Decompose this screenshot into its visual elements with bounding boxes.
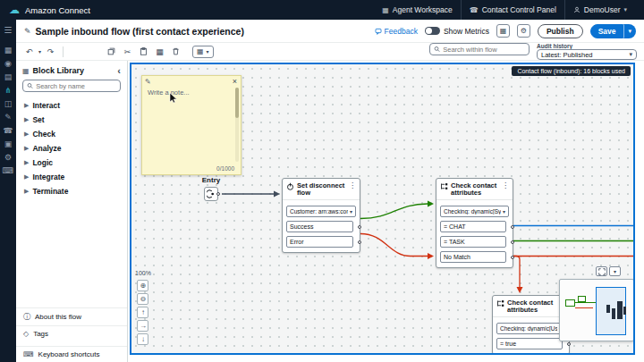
- keyboard-icon: ⌨: [23, 350, 34, 358]
- output-no-match[interactable]: No Match: [440, 251, 506, 263]
- section-terminate[interactable]: ▶Terminate: [16, 184, 127, 198]
- section-integrate[interactable]: ▶Integrate: [16, 170, 127, 184]
- paste-button[interactable]: [138, 46, 149, 58]
- minimap-collapse-button[interactable]: ▾: [609, 266, 621, 276]
- show-metrics-toggle[interactable]: [425, 27, 440, 35]
- contacts-icon[interactable]: ◉: [0, 57, 16, 71]
- block-parameter-select[interactable]: Checking: dynamic[User d... ▾: [496, 323, 565, 334]
- mouse-cursor: [169, 91, 177, 107]
- collapse-panel-icon[interactable]: ‹: [117, 67, 121, 74]
- pan-down-button[interactable]: ↓: [137, 333, 148, 345]
- section-interact[interactable]: ▶Interact: [16, 98, 127, 113]
- cut-button[interactable]: ✂: [122, 46, 133, 58]
- sticky-note[interactable]: ✎ × Write a note... 0/1000: [141, 75, 242, 175]
- flow-search-input[interactable]: [443, 46, 525, 54]
- settings-gear-icon[interactable]: ⚙: [0, 151, 16, 164]
- save-menu-caret-button[interactable]: ▾: [623, 24, 636, 38]
- output-error[interactable]: Error: [286, 236, 353, 248]
- entry-label: Entry: [196, 176, 226, 184]
- publish-button[interactable]: Publish: [538, 24, 583, 38]
- check-attributes-icon: [440, 182, 448, 190]
- pan-up-button[interactable]: ↑: [137, 307, 148, 318]
- section-analyze[interactable]: ▶Analyze: [16, 141, 127, 156]
- minimap-block: [578, 296, 586, 302]
- error-port[interactable]: [358, 240, 361, 244]
- feedback-bubble-icon: [375, 28, 382, 35]
- pan-right-button[interactable]: →: [137, 320, 148, 332]
- users-icon[interactable]: ◫: [0, 97, 16, 111]
- tags-link[interactable]: ◇Tags: [16, 325, 127, 341]
- block-set-disconnect-flow[interactable]: Set disconnect flow ⋮ Customer: arn:aws:…: [282, 178, 360, 253]
- output-task[interactable]: = TASK: [440, 236, 506, 248]
- section-logic[interactable]: ▶Logic: [16, 156, 127, 170]
- output-label: Success: [290, 223, 313, 230]
- chevron-down-icon: ▾: [350, 208, 352, 215]
- chevron-right-icon: ▶: [24, 159, 29, 166]
- section-check[interactable]: ▶Check: [16, 127, 127, 141]
- output-label: Error: [290, 239, 304, 245]
- true-port[interactable]: [567, 342, 571, 346]
- block-check-contact-attributes-1[interactable]: Check contact attributes ⋮ Checking: dyn…: [436, 178, 513, 268]
- undo-caret-icon[interactable]: ▾: [38, 48, 41, 55]
- minimap[interactable]: [559, 279, 634, 341]
- calendar-icon[interactable]: ▣: [0, 138, 16, 151]
- close-icon[interactable]: ×: [233, 77, 237, 86]
- edit-title-icon[interactable]: ✎: [24, 27, 31, 36]
- channels-phone-icon[interactable]: ☎: [0, 124, 16, 138]
- flow-settings-button[interactable]: ⚙: [517, 24, 530, 38]
- agent-workspace-link[interactable]: ▦ Agent Workspace: [374, 0, 461, 20]
- home-icon[interactable]: ▦: [0, 44, 16, 57]
- delete-button[interactable]: [170, 46, 182, 58]
- block-parameter-select[interactable]: Customer: arn:aws:connec... ▾: [286, 206, 356, 217]
- audit-history-select[interactable]: Latest: Published ▾: [537, 49, 637, 60]
- chevron-right-icon: ▶: [24, 116, 29, 123]
- menu-icon[interactable]: ☰: [0, 23, 16, 37]
- block-menu-icon[interactable]: ⋮: [502, 182, 509, 189]
- note-scrollbar-thumb[interactable]: [235, 88, 239, 118]
- library-search: [22, 80, 121, 92]
- search-icon: [434, 46, 440, 53]
- redo-button[interactable]: ↷: [45, 46, 56, 58]
- reports-icon[interactable]: ▤: [0, 71, 16, 84]
- snap-grid-button[interactable]: ▦: [154, 46, 165, 58]
- feedback-link[interactable]: Feedback: [375, 27, 418, 36]
- output-success[interactable]: Success: [286, 221, 353, 232]
- chat-port[interactable]: [511, 225, 514, 229]
- flows-icon[interactable]: ⋔: [0, 84, 16, 97]
- top-navigation-bar: ☁ Amazon Connect ▦ Agent Workspace ☎ Con…: [0, 0, 644, 20]
- output-true[interactable]: = true: [496, 338, 563, 349]
- flow-canvas[interactable]: Contact flow (inbound): 16 blocks used ✎…: [130, 63, 635, 355]
- block-check-contact-attributes-2[interactable]: Check contact attributes ⋮ Checking: dyn…: [492, 295, 570, 355]
- no-match-port[interactable]: [511, 256, 514, 259]
- zoom-in-button[interactable]: ⊕: [137, 280, 148, 291]
- keyboard-icon[interactable]: ⌨: [0, 164, 16, 178]
- section-set[interactable]: ▶Set: [16, 113, 127, 127]
- copy-icon: [107, 47, 115, 55]
- footer-label: About this flow: [35, 313, 81, 321]
- block-menu-icon[interactable]: ⋮: [349, 182, 356, 189]
- undo-button[interactable]: ↶: [23, 46, 35, 58]
- fit-to-view-button[interactable]: [596, 266, 607, 276]
- success-port[interactable]: [358, 225, 361, 229]
- output-label: = TASK: [444, 239, 465, 245]
- entry-output-port[interactable]: [216, 192, 220, 196]
- output-chat[interactable]: = CHAT: [440, 221, 506, 232]
- layout-view-button[interactable]: ▦: [496, 24, 510, 38]
- edit-icon[interactable]: ✎: [0, 111, 16, 124]
- contact-control-panel-link[interactable]: ☎ Contact Control Panel: [461, 0, 564, 20]
- save-button[interactable]: Save: [590, 24, 624, 38]
- about-this-flow-link[interactable]: ⓘAbout this flow: [16, 307, 127, 325]
- aws-connect-logo-icon[interactable]: ☁: [9, 4, 20, 15]
- block-parameter-select[interactable]: Checking: dynamic[Syste... ▾: [440, 206, 509, 217]
- arrange-dropdown[interactable]: ▦ ▾: [192, 46, 214, 58]
- zoom-out-button[interactable]: ⊖: [137, 293, 148, 305]
- task-port[interactable]: [511, 240, 514, 244]
- user-menu[interactable]: DemoUser ▾: [564, 0, 635, 20]
- minimap-wire: [575, 302, 597, 303]
- library-search-input[interactable]: [36, 82, 116, 90]
- block-parameter-value: Customer: arn:aws:connec...: [290, 208, 348, 215]
- block-library-panel: ▦ Block Library ‹ ▶Interact ▶Set ▶Check …: [16, 61, 128, 362]
- copy-button[interactable]: [106, 46, 117, 58]
- tag-icon: ◇: [23, 330, 29, 338]
- keyboard-shortcuts-link[interactable]: ⌨Keyboard shortcuts: [16, 346, 127, 362]
